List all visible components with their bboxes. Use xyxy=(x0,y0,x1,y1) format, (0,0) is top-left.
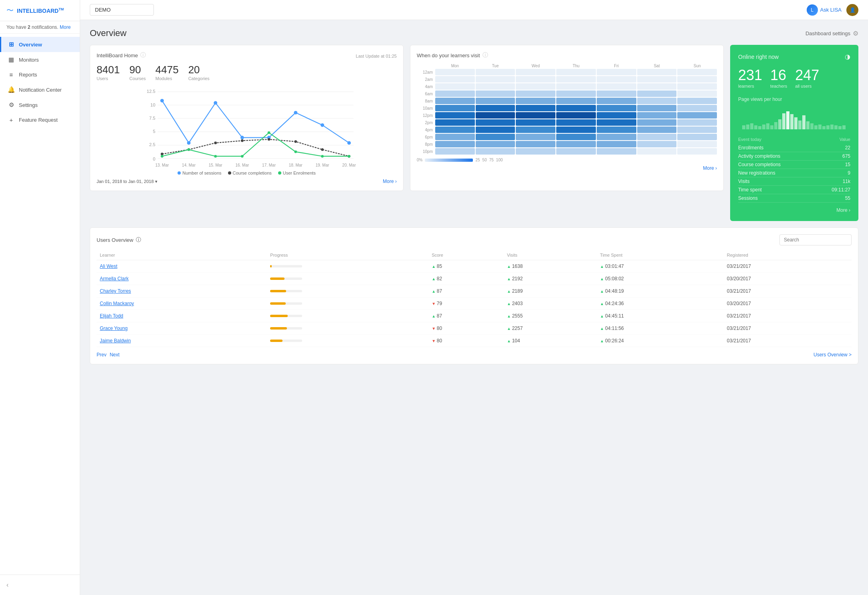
heatmap-cell xyxy=(597,90,636,97)
heatmap-more-link[interactable]: More › xyxy=(703,165,717,171)
progress-cell xyxy=(267,260,428,273)
sidebar-item-settings[interactable]: ⚙ Settings xyxy=(0,97,80,113)
topbar-left: DEMO xyxy=(90,4,154,16)
heatmap-day-header: Sun xyxy=(677,64,717,68)
learner-name-cell[interactable]: Ali West xyxy=(97,260,267,273)
score-cell: ▲ 82 xyxy=(428,273,504,285)
heatmap-cell xyxy=(516,69,555,75)
progress-bar-bg xyxy=(270,290,302,292)
heatmap-cell xyxy=(597,112,636,119)
user-avatar[interactable]: 👤 xyxy=(846,4,858,16)
users-overview-link[interactable]: Users Overview > xyxy=(813,352,852,358)
learner-link[interactable]: Elijah Todd xyxy=(100,313,123,319)
svg-point-26 xyxy=(321,123,324,127)
heatmap-cell xyxy=(476,90,515,97)
line-chart: 0 2.5 5 7.5 10 12.5 13. Mar 14. Mar 15. … xyxy=(97,87,397,167)
users-table: Learner Progress Score Visits Time Spent… xyxy=(97,250,852,347)
svg-rect-61 xyxy=(810,123,813,129)
heatmap-time-label: 8pm xyxy=(417,141,434,147)
pageviews-label: Page views per hour xyxy=(738,96,850,102)
progress-bar-fill xyxy=(270,265,272,267)
ask-lisa-button[interactable]: L Ask LISA xyxy=(807,4,842,16)
svg-text:19. Mar: 19. Mar xyxy=(315,163,329,167)
score-cell: ▲ 87 xyxy=(428,310,504,322)
progress-cell xyxy=(267,322,428,335)
heatmap-cell xyxy=(435,148,475,155)
heatmap-time-label: 12am xyxy=(417,69,434,75)
visits-cell: ▲ 104 xyxy=(504,335,597,347)
progress-bar-fill xyxy=(270,327,287,330)
heatmap-cell xyxy=(677,141,717,147)
learner-name-cell[interactable]: Grace Young xyxy=(97,322,267,335)
users-search-input[interactable] xyxy=(779,234,852,245)
learner-link[interactable]: Ali West xyxy=(100,263,117,269)
table-row: Charley Torres ▲ 87 ▲ 2189 ▲ 04:48:19 03… xyxy=(97,285,852,298)
learner-name-cell[interactable]: Jaime Baldwin xyxy=(97,335,267,347)
heatmap-day-header: Thu xyxy=(556,64,596,68)
online-more-link[interactable]: More › xyxy=(738,207,850,213)
notification-more-link[interactable]: More xyxy=(60,24,71,30)
heatmap-cell xyxy=(516,127,555,133)
learner-link[interactable]: Grace Young xyxy=(100,326,127,331)
last-update: Last Update at 01:25 xyxy=(356,54,397,58)
svg-rect-48 xyxy=(758,126,761,129)
sidebar-item-feature-request[interactable]: + Feature Request xyxy=(0,113,80,127)
logo-text: INTELLIBOARDTM xyxy=(17,7,64,14)
heatmap-cell xyxy=(516,148,555,155)
settings-icon: ⚙ xyxy=(8,101,15,109)
sidebar-item-notification-center[interactable]: 🔔 Notification Center xyxy=(0,82,80,97)
pagination-next[interactable]: Next xyxy=(110,352,120,358)
registered-cell: 03/21/2017 xyxy=(724,335,852,347)
learner-name-cell[interactable]: Elijah Todd xyxy=(97,310,267,322)
svg-rect-57 xyxy=(794,117,797,129)
learner-link[interactable]: Charley Torres xyxy=(100,288,131,294)
svg-rect-67 xyxy=(834,125,838,129)
learner-name-cell[interactable]: Charley Torres xyxy=(97,285,267,298)
home-more-link[interactable]: More › xyxy=(383,179,397,184)
date-range[interactable]: Jan 01, 2018 to Jan 01, 2018 ▾ xyxy=(97,179,157,184)
visits-cell: ▲ 2555 xyxy=(504,310,597,322)
registered-cell: 03/21/2017 xyxy=(724,322,852,335)
svg-point-34 xyxy=(321,148,324,151)
heatmap-time-label: 10am xyxy=(417,105,434,111)
svg-rect-65 xyxy=(826,125,830,129)
heatmap-cell xyxy=(435,127,475,133)
heatmap-time-label: 8am xyxy=(417,98,434,104)
sidebar-item-overview[interactable]: ⊞ Overview xyxy=(0,37,80,52)
registered-cell: 03/21/2017 xyxy=(724,310,852,322)
online-title: Online right now ◑ xyxy=(738,53,850,60)
svg-rect-64 xyxy=(822,126,826,129)
demo-selector[interactable]: DEMO xyxy=(90,4,154,16)
learner-link[interactable]: Collin Mackaroy xyxy=(100,301,134,306)
learner-link[interactable]: Jaime Baldwin xyxy=(100,338,131,344)
sidebar-item-monitors[interactable]: ▦ Monitors xyxy=(0,52,80,67)
heatmap-cell xyxy=(677,119,717,126)
learner-link[interactable]: Armella Clark xyxy=(100,276,129,281)
heatmap-cell xyxy=(637,119,677,126)
visits-cell: ▲ 2192 xyxy=(504,273,597,285)
heatmap-cell xyxy=(435,98,475,104)
collapse-button[interactable]: ‹ xyxy=(6,581,8,589)
dashboard-settings-button[interactable]: Dashboard settings ⚙ xyxy=(805,30,858,37)
score-cell: ▲ 87 xyxy=(428,285,504,298)
time-spent-cell: ▲ 04:11:56 xyxy=(597,322,723,335)
sidebar: 〜 INTELLIBOARDTM You have 2 notification… xyxy=(0,0,80,595)
progress-bar-bg xyxy=(270,340,302,342)
ask-lisa-icon: L xyxy=(807,4,818,16)
heatmap-cell xyxy=(516,141,555,147)
heatmap-legend-bar xyxy=(425,159,473,162)
learner-name-cell[interactable]: Collin Mackaroy xyxy=(97,298,267,310)
users-table-header-row: Learner Progress Score Visits Time Spent… xyxy=(97,250,852,260)
sidebar-item-reports[interactable]: ≡ Reports xyxy=(0,67,80,82)
learner-name-cell[interactable]: Armella Clark xyxy=(97,273,267,285)
event-visits: Visits 11k xyxy=(738,177,850,186)
heatmap-cell xyxy=(435,141,475,147)
pagination-prev[interactable]: Prev xyxy=(97,352,107,358)
visits-cell: ▲ 2257 xyxy=(504,322,597,335)
svg-text:5: 5 xyxy=(153,129,155,134)
heatmap-cell xyxy=(677,105,717,111)
heatmap-cell xyxy=(476,127,515,133)
heatmap-cell xyxy=(516,98,555,104)
dashboard-grid: IntelliBoard Home ⓘ Last Update at 01:25… xyxy=(90,45,858,221)
heatmap-cell xyxy=(597,141,636,147)
